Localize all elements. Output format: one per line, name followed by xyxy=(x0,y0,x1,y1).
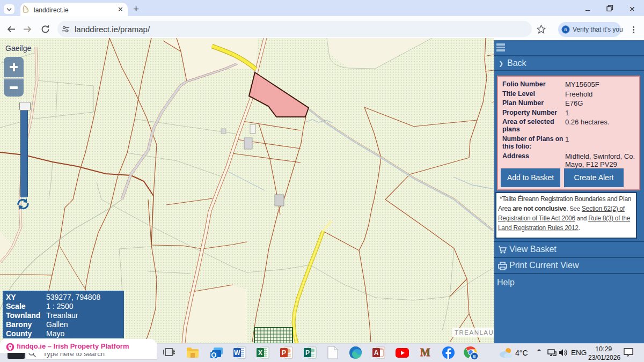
svg-text:B: B xyxy=(473,354,475,359)
svg-text:P: P xyxy=(305,349,310,357)
svg-text:M: M xyxy=(420,346,430,358)
svg-text:B: B xyxy=(564,27,567,32)
svg-text:W: W xyxy=(234,349,240,357)
svg-text:X: X xyxy=(258,349,262,357)
svg-text:TREANLAUR: TREANLAUR xyxy=(455,329,494,336)
svg-text:A: A xyxy=(374,349,379,357)
svg-text:P: P xyxy=(282,349,286,357)
